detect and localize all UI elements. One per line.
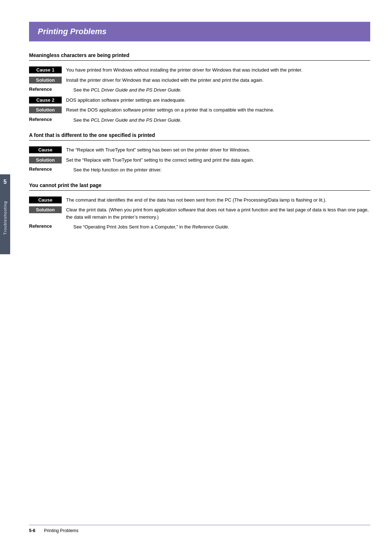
side-tab-label: Troubleshooting bbox=[3, 201, 7, 235]
footer-title: Printing Problems bbox=[44, 528, 78, 533]
section-cannot-print-last: You cannot print the last pageCauseThe c… bbox=[29, 182, 370, 231]
entry-row: SolutionSet the “Replace with TrueType f… bbox=[29, 157, 370, 164]
entry-content: See the PCL Driver Guide and the PS Driv… bbox=[69, 86, 370, 94]
entry-label-reference: Reference bbox=[29, 223, 69, 229]
entry-content: DOS application software printer setting… bbox=[62, 97, 370, 104]
entry-label-reference: Reference bbox=[29, 117, 69, 122]
section-title-font-different: A font that is different to the one spec… bbox=[29, 132, 370, 141]
section-title-meaningless-chars: Meaningless characters are being printed bbox=[29, 52, 370, 61]
entry-label-solution: Solution bbox=[29, 157, 62, 163]
chapter-title: Printing Problems bbox=[38, 27, 106, 36]
entry-row: ReferenceSee the PCL Driver Guide and th… bbox=[29, 86, 370, 94]
main-content: Printing Problems Meaningless characters… bbox=[29, 22, 370, 231]
entry-label-cause: Cause bbox=[29, 197, 62, 203]
chapter-header: Printing Problems bbox=[29, 22, 370, 41]
entry-content: You have printed from Windows without in… bbox=[62, 66, 370, 74]
entry-label-reference: Reference bbox=[29, 86, 69, 92]
entry-content: The command that identifies the end of t… bbox=[62, 197, 370, 204]
footer-page: 5-6 bbox=[29, 528, 35, 533]
entry-label-cause: Cause bbox=[29, 146, 62, 153]
entry-row: CauseThe command that identifies the end… bbox=[29, 197, 370, 204]
section-font-different: A font that is different to the one spec… bbox=[29, 132, 370, 174]
entry-content: The “Replace with TrueType font” setting… bbox=[62, 146, 370, 154]
section-meaningless-chars: Meaningless characters are being printed… bbox=[29, 52, 370, 123]
entry-label-solution: Solution bbox=[29, 206, 62, 213]
sections-container: Meaningless characters are being printed… bbox=[29, 52, 370, 231]
entry-content: See “Operating Print Jobs Sent from a Co… bbox=[69, 223, 370, 231]
entry-row: Cause 1You have printed from Windows wit… bbox=[29, 66, 370, 74]
entry-row: Cause 2DOS application software printer … bbox=[29, 97, 370, 104]
entry-row: ReferenceSee “Operating Print Jobs Sent … bbox=[29, 223, 370, 231]
entry-content: Clear the print data. (When you print fr… bbox=[62, 206, 370, 220]
entry-label-cause: Cause 1 bbox=[29, 66, 62, 73]
entry-row: CauseThe “Replace with TrueType font” se… bbox=[29, 146, 370, 154]
entry-content: Install the printer driver for Windows t… bbox=[62, 77, 370, 84]
page-container: 5 Troubleshooting Printing Problems Mean… bbox=[0, 0, 392, 555]
entry-label-solution: Solution bbox=[29, 106, 62, 113]
entry-row: ReferenceSee the PCL Driver Guide and th… bbox=[29, 117, 370, 124]
entry-content: See the PCL Driver Guide and the PS Driv… bbox=[69, 117, 370, 124]
entry-content: See the Help function on the printer dri… bbox=[69, 166, 370, 174]
footer: 5-6 Printing Problems bbox=[29, 525, 370, 533]
chapter-number: 5 bbox=[4, 179, 7, 185]
entry-content: Reset the DOS application software print… bbox=[62, 106, 370, 114]
entry-row: SolutionClear the print data. (When you … bbox=[29, 206, 370, 220]
section-title-cannot-print-last: You cannot print the last page bbox=[29, 182, 370, 191]
entry-label-cause: Cause 2 bbox=[29, 97, 62, 104]
entry-label-solution: Solution bbox=[29, 77, 62, 84]
entry-row: SolutionReset the DOS application softwa… bbox=[29, 106, 370, 114]
entry-label-reference: Reference bbox=[29, 166, 69, 172]
side-tab: 5 Troubleshooting bbox=[0, 174, 10, 254]
entry-row: SolutionInstall the printer driver for W… bbox=[29, 77, 370, 84]
entry-row: ReferenceSee the Help function on the pr… bbox=[29, 166, 370, 174]
entry-content: Set the “Replace with TrueType font” set… bbox=[62, 157, 370, 164]
